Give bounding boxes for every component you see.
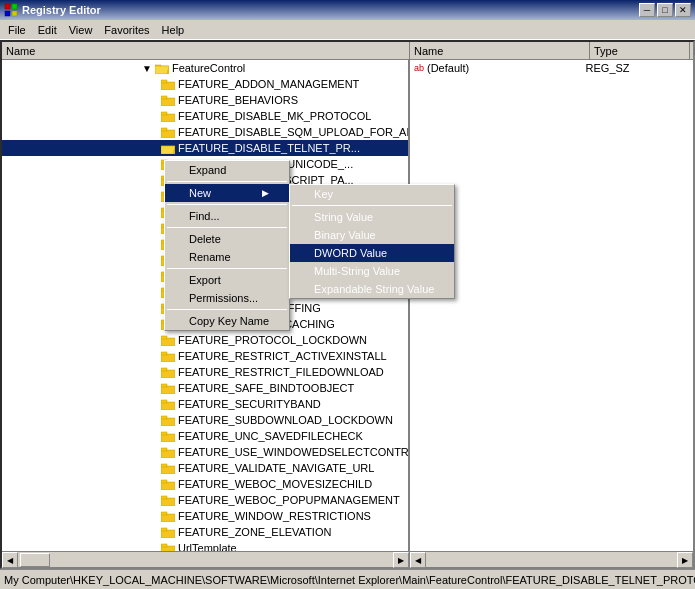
tree-label: FEATURE_BEHAVIORS [178, 94, 298, 106]
svg-rect-66 [161, 544, 167, 547]
window-controls: ─ □ ✕ [639, 3, 691, 17]
svg-rect-12 [161, 112, 167, 115]
tree-item-weboc-popup[interactable]: FEATURE_WEBOC_POPUPMANAGEMENT [2, 492, 408, 508]
tree-label: FEATURE_WEBOC_POPUPMANAGEMENT [178, 494, 400, 506]
folder-icon [160, 365, 176, 379]
menu-edit[interactable]: Edit [32, 22, 63, 38]
submenu-new: Key String Value Binary Value DWORD Valu… [289, 184, 455, 299]
submenu-binary-value[interactable]: Binary Value [290, 226, 454, 244]
ctx-copy-key[interactable]: Copy Key Name [165, 312, 289, 330]
separator [167, 309, 287, 310]
menu-favorites[interactable]: Favorites [98, 22, 155, 38]
submenu-key[interactable]: Key [290, 185, 454, 203]
submenu-dword-value[interactable]: DWORD Value [290, 244, 454, 262]
tree-item-behaviors[interactable]: FEATURE_BEHAVIORS [2, 92, 408, 108]
ctx-new[interactable]: New ▶ Key String Value Binary Value DWOR… [165, 184, 289, 202]
tree-item-mk-protocol[interactable]: FEATURE_DISABLE_MK_PROTOCOL [2, 108, 408, 124]
scroll-track[interactable] [426, 552, 677, 567]
menu-view[interactable]: View [63, 22, 99, 38]
scroll-left-btn[interactable]: ◀ [410, 552, 426, 568]
type-header: Type [590, 42, 690, 59]
tree-label: FEATURE_PROTOCOL_LOCKDOWN [178, 334, 367, 346]
tree-label: UrlTemplate [178, 542, 237, 551]
folder-icon [160, 413, 176, 427]
ctx-rename[interactable]: Rename [165, 248, 289, 266]
menu-help[interactable]: Help [156, 22, 191, 38]
tree-label: FEATURE_SAFE_BINDTOOBJECT [178, 382, 354, 394]
folder-icon [160, 429, 176, 443]
app-title: Registry Editor [22, 4, 101, 16]
ctx-find[interactable]: Find... [165, 207, 289, 225]
ctx-expand[interactable]: Expand [165, 161, 289, 179]
tree-label: FEATURE_ADDON_MANAGEMENT [178, 78, 359, 90]
tree-item-safe-bind[interactable]: FEATURE_SAFE_BINDTOOBJECT [2, 380, 408, 396]
svg-rect-14 [161, 128, 167, 131]
data-row-default[interactable]: ab (Default) REG_SZ [410, 60, 693, 76]
minimize-button[interactable]: ─ [639, 3, 655, 17]
ctx-rename-label: Rename [189, 251, 231, 263]
ctx-new-label: New [189, 187, 211, 199]
tree-item-urltemplate[interactable]: UrlTemplate [2, 540, 408, 551]
separator [167, 268, 287, 269]
scroll-track[interactable] [18, 552, 393, 567]
scroll-thumb[interactable] [20, 553, 50, 567]
tree-item-restrict-file[interactable]: FEATURE_RESTRICT_FILEDOWNLOAD [2, 364, 408, 380]
submenu-multi-string[interactable]: Multi-String Value [290, 262, 454, 280]
svg-rect-46 [161, 384, 167, 387]
tree-item-restrict-activex[interactable]: FEATURE_RESTRICT_ACTIVEXINSTALL [2, 348, 408, 364]
tree-item-telnet[interactable]: FEATURE_DISABLE_TELNET_PR... [2, 140, 408, 156]
ctx-delete-label: Delete [189, 233, 221, 245]
ctx-delete[interactable]: Delete [165, 230, 289, 248]
right-pane: ab (Default) REG_SZ [410, 60, 693, 551]
svg-marker-6 [155, 66, 169, 74]
tree-hscroll[interactable]: ◀ ▶ [2, 552, 410, 567]
svg-rect-52 [161, 432, 167, 435]
tree-item-subdownload[interactable]: FEATURE_SUBDOWNLOAD_LOCKDOWN [2, 412, 408, 428]
name-column-label: Name [6, 45, 35, 57]
right-column-headers: Name Type Data [410, 42, 695, 59]
tree-label: FEATURE_SUBDOWNLOAD_LOCKDOWN [178, 414, 393, 426]
tree-item-protocol-lockdown[interactable]: FEATURE_PROTOCOL_LOCKDOWN [2, 332, 408, 348]
ctx-export[interactable]: Export [165, 271, 289, 289]
tree-item-zone-elevation[interactable]: FEATURE_ZONE_ELEVATION [2, 524, 408, 540]
tree-item-unc-saved[interactable]: FEATURE_UNC_SAVEDFILECHECK [2, 428, 408, 444]
folder-icon [160, 397, 176, 411]
status-text: My Computer\HKEY_LOCAL_MACHINE\SOFTWARE\… [4, 574, 695, 586]
tree-label: FEATURE_DISABLE_TELNET_PR... [178, 142, 360, 154]
svg-rect-0 [5, 4, 10, 9]
submenu-arrow: ▶ [262, 188, 269, 198]
svg-rect-44 [161, 368, 167, 371]
ctx-export-label: Export [189, 274, 221, 286]
tree-item-sqm[interactable]: FEATURE_DISABLE_SQM_UPLOAD_FOR_APP [2, 124, 408, 140]
tree-item-windowed[interactable]: FEATURE_USE_WINDOWEDSELECTCONTROL [2, 444, 408, 460]
maximize-button[interactable]: □ [657, 3, 673, 17]
scroll-left-btn[interactable]: ◀ [2, 552, 18, 568]
ctx-expand-label: Expand [189, 164, 226, 176]
close-button[interactable]: ✕ [675, 3, 691, 17]
menu-file[interactable]: File [2, 22, 32, 38]
svg-rect-10 [161, 96, 167, 99]
tree-item-weboc-move[interactable]: FEATURE_WEBOC_MOVESIZECHILD [2, 476, 408, 492]
tree-item-window-restrict[interactable]: FEATURE_WINDOW_RESTRICTIONS [2, 508, 408, 524]
tree-item-validate[interactable]: FEATURE_VALIDATE_NAVIGATE_URL [2, 460, 408, 476]
menu-bar: File Edit View Favorites Help [0, 20, 695, 40]
scroll-right-btn[interactable]: ▶ [393, 552, 409, 568]
scroll-right-btn[interactable]: ▶ [677, 552, 693, 568]
folder-icon [160, 381, 176, 395]
tree-item-featurecontrol[interactable]: ▼ FeatureControl [2, 60, 408, 76]
submenu-expandable-string[interactable]: Expandable String Value [290, 280, 454, 298]
svg-marker-16 [161, 146, 175, 154]
folder-icon [160, 333, 176, 347]
submenu-string-value[interactable]: String Value [290, 208, 454, 226]
right-hscroll[interactable]: ◀ ▶ [410, 552, 693, 567]
title-bar: Registry Editor ─ □ ✕ [0, 0, 695, 20]
value-data [685, 67, 693, 69]
reg-value-icon: ab [414, 63, 424, 73]
ctx-permissions[interactable]: Permissions... [165, 289, 289, 307]
separator [292, 205, 452, 206]
separator [167, 204, 287, 205]
context-menu: Expand New ▶ Key String Value Binary Val… [164, 160, 290, 331]
tree-item-securityband[interactable]: FEATURE_SECURITYBAND [2, 396, 408, 412]
tree-item-addon-mgmt[interactable]: FEATURE_ADDON_MANAGEMENT [2, 76, 408, 92]
svg-rect-42 [161, 352, 167, 355]
